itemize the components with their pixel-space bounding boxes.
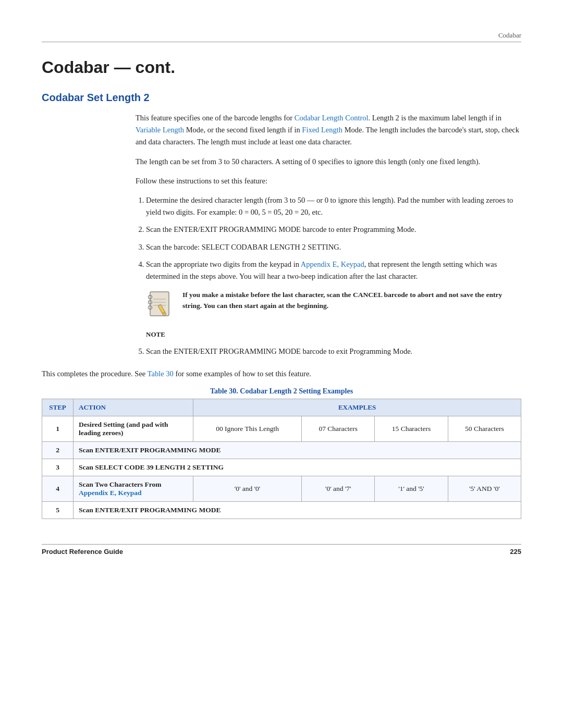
- steps-list: Determine the desired character length (…: [146, 194, 521, 357]
- example-cell: '5' AND '0': [448, 476, 521, 502]
- page-footer: Product Reference Guide 225: [42, 544, 521, 556]
- paragraph-2: The length can be set from 3 to 50 chara…: [136, 156, 521, 168]
- example-cell: 50 Characters: [448, 416, 521, 442]
- step-num: 4: [42, 476, 74, 502]
- step-num: 3: [42, 459, 74, 476]
- instructions-heading: Follow these instructions to set this fe…: [136, 175, 521, 187]
- header-title: Codabar: [498, 31, 521, 40]
- example-cell: 15 Characters: [375, 416, 448, 442]
- table-caption: Table 30. Codabar Length 2 Setting Examp…: [42, 387, 521, 396]
- footer-right: 225: [510, 548, 521, 556]
- step-2: Scan the ENTER/EXIT PROGRAMMING MODE bar…: [146, 224, 521, 236]
- action-cell: Scan SELECT CODE 39 LENGTH 2 SETTING: [74, 459, 521, 476]
- col-header-action: Action: [74, 399, 193, 416]
- step-1: Determine the desired character length (…: [146, 194, 521, 218]
- conclusion: This completes the procedure. See Table …: [42, 368, 521, 380]
- data-table: Step Action Examples 1 Desired Setting (…: [42, 399, 521, 519]
- note-text: If you make a mistake before the last ch…: [182, 290, 521, 312]
- col-header-examples: Examples: [193, 399, 521, 416]
- section-heading: Codabar Set Length 2: [42, 92, 521, 104]
- step-num: 1: [42, 416, 74, 442]
- note-icon: [146, 290, 174, 321]
- step-4: Scan the appropriate two digits from the…: [146, 258, 521, 340]
- note-label: NOTE: [146, 329, 521, 340]
- col-header-step: Step: [42, 399, 74, 416]
- action-cell: Scan Two Characters From Appendix E, Key…: [74, 476, 193, 502]
- example-cell: 07 Characters: [302, 416, 375, 442]
- step-3: Scan the barcode: SELECT CODABAR LENGTH …: [146, 241, 521, 253]
- example-cell: '0' and '0': [193, 476, 302, 502]
- action-cell: Scan ENTER/EXIT PROGRAMMING MODE: [74, 442, 521, 459]
- action-cell: Scan ENTER/EXIT PROGRAMMING MODE: [74, 502, 521, 519]
- action-cell: Desired Setting (and pad withleading zer…: [74, 416, 193, 442]
- table-row: 2 Scan ENTER/EXIT PROGRAMMING MODE: [42, 442, 521, 459]
- page-header: Codabar: [42, 31, 521, 42]
- appendix-link: Appendix E, Keypad: [79, 489, 141, 497]
- page-title: Codabar — cont.: [42, 58, 521, 77]
- table-row: 1 Desired Setting (and pad withleading z…: [42, 416, 521, 442]
- svg-rect-0: [150, 292, 169, 316]
- table-row: 5 Scan ENTER/EXIT PROGRAMMING MODE: [42, 502, 521, 519]
- step-5: Scan the ENTER/EXIT PROGRAMMING MODE bar…: [146, 346, 521, 357]
- example-cell: '0' and '7': [302, 476, 375, 502]
- example-cell: '1' and '5': [375, 476, 448, 502]
- paragraph-1: This feature specifies one of the barcod…: [136, 112, 521, 149]
- page: Codabar Codabar — cont. Codabar Set Leng…: [0, 0, 563, 576]
- step-num: 2: [42, 442, 74, 459]
- table-row: 4 Scan Two Characters From Appendix E, K…: [42, 476, 521, 502]
- note-box: If you make a mistake before the last ch…: [146, 290, 521, 321]
- example-cell: 00 Ignore This Length: [193, 416, 302, 442]
- footer-left: Product Reference Guide: [42, 548, 123, 556]
- step-num: 5: [42, 502, 74, 519]
- table-row: 3 Scan SELECT CODE 39 LENGTH 2 SETTING: [42, 459, 521, 476]
